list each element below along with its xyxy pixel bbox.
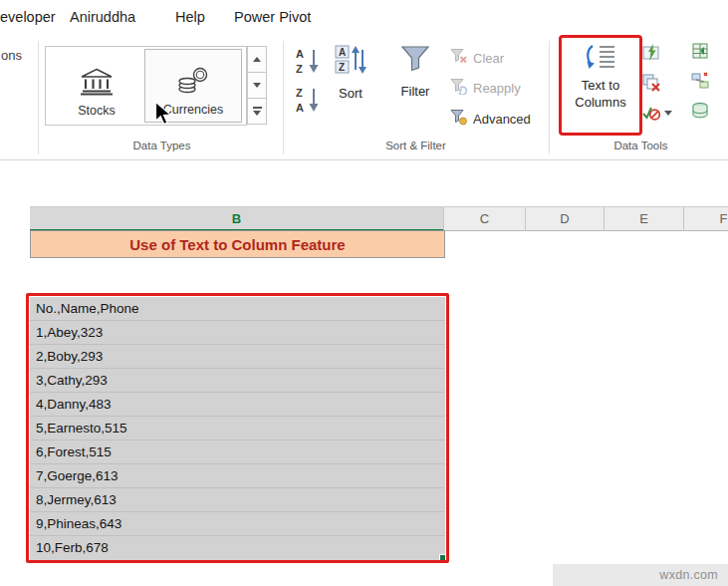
manage-data-model-icon	[691, 102, 709, 120]
filter-button-label: Filter	[401, 84, 430, 99]
sort-button[interactable]: A Z Sort	[329, 44, 372, 101]
sort-ascending-icon: A Z	[294, 46, 322, 80]
consolidate-button[interactable]	[691, 42, 709, 60]
sort-ascending-button[interactable]: A Z	[290, 46, 326, 80]
gallery-scroll-down-button[interactable]	[247, 72, 267, 99]
title-cell[interactable]: Use of Text to Column Feature	[30, 230, 445, 258]
manage-data-model-button[interactable]	[691, 102, 709, 120]
advanced-filter-icon	[450, 109, 467, 130]
relationships-icon	[691, 72, 709, 90]
tab-help[interactable]: Help	[175, 9, 205, 25]
advanced-filter-button[interactable]: Advanced	[450, 109, 531, 129]
coins-icon	[176, 67, 210, 99]
relationships-button[interactable]	[691, 72, 709, 90]
column-header-e[interactable]: E	[605, 207, 684, 231]
clear-filter-button[interactable]: Clear	[450, 48, 504, 68]
remove-duplicates-button[interactable]	[642, 74, 660, 92]
svg-text:A: A	[339, 47, 346, 58]
triangle-down-icon	[253, 111, 261, 116]
triangle-up-icon	[253, 57, 261, 62]
column-header-b[interactable]: B	[30, 207, 444, 231]
gallery-scrollbar	[247, 46, 267, 127]
sort-descending-button[interactable]: Z A	[290, 85, 326, 119]
sort-button-label: Sort	[339, 86, 363, 101]
flash-fill-icon	[642, 44, 660, 62]
tab-developer[interactable]: eveloper	[0, 9, 56, 25]
svg-text:Z: Z	[339, 62, 345, 73]
column-header-row: B C D E F	[30, 206, 728, 230]
data-tools-group-label: Data Tools	[574, 140, 708, 151]
flash-fill-button[interactable]	[642, 44, 660, 62]
more-bar-icon	[253, 107, 262, 109]
gallery-more-button[interactable]	[247, 98, 267, 125]
bank-icon	[80, 68, 114, 100]
data-validation-dropdown-icon[interactable]	[664, 111, 672, 116]
excel-window: eveloper Aniruddha Help Power Pivot ons	[0, 0, 728, 586]
svg-text:A: A	[296, 48, 304, 60]
stocks-label: Stocks	[78, 104, 116, 118]
clear-filter-label: Clear	[473, 51, 504, 66]
reapply-filter-button[interactable]: Reapply	[450, 78, 521, 98]
mouse-cursor	[154, 102, 172, 132]
gallery-scroll-up-button[interactable]	[247, 46, 267, 73]
clear-filter-icon	[450, 48, 467, 69]
column-header-f[interactable]: F	[684, 207, 728, 231]
data-validation-button[interactable]	[642, 104, 660, 122]
group-divider	[283, 41, 284, 154]
column-header-d[interactable]: D	[526, 207, 605, 231]
svg-text:A: A	[296, 102, 304, 114]
data-validation-icon	[642, 104, 660, 122]
triangle-down-icon	[253, 83, 261, 88]
reapply-filter-icon	[450, 78, 467, 99]
tab-power-pivot[interactable]: Power Pivot	[234, 9, 311, 25]
group-divider	[549, 41, 550, 154]
annotation-box-data-range	[26, 293, 449, 563]
watermark-text: wxdn.com	[659, 568, 718, 582]
funnel-icon	[400, 44, 430, 78]
filter-button[interactable]: Filter	[390, 44, 440, 99]
remove-duplicates-icon	[642, 74, 660, 92]
sort-icon: A Z	[335, 44, 366, 80]
advanced-filter-label: Advanced	[473, 112, 531, 127]
partial-ribbon-text: ons	[1, 48, 22, 63]
svg-text:Z: Z	[296, 63, 303, 75]
data-types-group-label: Data Types	[95, 140, 229, 151]
data-types-gallery: Stocks Currencies	[45, 46, 247, 126]
stocks-button[interactable]: Stocks	[52, 49, 141, 123]
reapply-filter-label: Reapply	[473, 81, 521, 96]
group-divider	[38, 41, 39, 154]
sort-filter-group-label: Sort & Filter	[349, 140, 483, 151]
consolidate-icon	[691, 42, 709, 60]
tab-aniruddha[interactable]: Aniruddha	[70, 9, 135, 25]
svg-text:Z: Z	[296, 87, 303, 99]
sort-descending-icon: Z A	[294, 85, 322, 119]
menu-bar: eveloper Aniruddha Help Power Pivot	[0, 0, 728, 35]
annotation-box-text-to-columns	[559, 35, 642, 136]
watermark-chip: wxdn.com	[553, 564, 728, 586]
column-header-c[interactable]: C	[444, 207, 526, 231]
